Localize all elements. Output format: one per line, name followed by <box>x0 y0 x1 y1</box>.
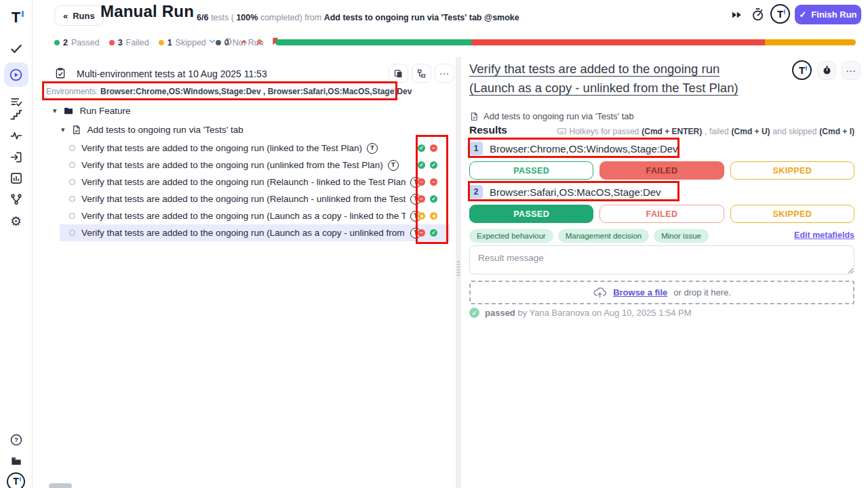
passed-button[interactable]: PASSED <box>469 205 593 223</box>
status-filter-icons <box>208 37 280 46</box>
metafield-tag[interactable]: Expected behaviour <box>469 229 553 243</box>
panel-resize-divider[interactable]: •••••••••••• <box>456 57 461 488</box>
app-logo[interactable]: T <box>4 5 28 30</box>
run-more-options-button[interactable]: ... <box>435 64 454 83</box>
test-row[interactable]: Verify that tests are added to the ongoi… <box>60 157 450 174</box>
profile-logo-icon[interactable]: T <box>4 469 28 488</box>
run-title: Multi-environment tests at 10 Aug 2025 1… <box>77 68 267 79</box>
keyboard-icon <box>557 126 567 136</box>
status-skipped-icon <box>430 212 437 220</box>
test-status-ring[interactable] <box>69 162 75 168</box>
double-chevron-up-icon[interactable] <box>255 37 264 46</box>
tree-suite-row[interactable]: ▾ Add tests to ongoing run via 'Tests' t… <box>61 125 243 135</box>
metafield-tag[interactable]: Minor issue <box>654 229 709 243</box>
test-detail-title[interactable]: Verify that tests are added to the ongoi… <box>469 60 788 98</box>
timer-icon[interactable] <box>751 7 765 22</box>
chevron-up-icon[interactable] <box>239 37 248 46</box>
user-avatar-logo[interactable]: T <box>770 4 790 24</box>
status-failed-icon: − <box>418 178 425 186</box>
detail-title-icons: T ... <box>792 60 861 80</box>
results-heading: Results <box>469 124 507 136</box>
duplicate-run-button[interactable] <box>389 64 408 83</box>
status-count: 1Skipped <box>159 38 206 47</box>
result-buttons-row: PASSEDFAILEDSKIPPED <box>469 205 854 223</box>
run-summary-text: 6/6 tests ( 100% completed) from Add tes… <box>197 13 519 22</box>
passed-check-icon: ✓ <box>469 308 479 318</box>
folder-label: Run Feature <box>80 106 131 116</box>
status-failed-icon: − <box>430 178 437 186</box>
status-failed-icon: − <box>418 195 425 203</box>
test-status-ring[interactable] <box>69 179 75 185</box>
run-checklist-icon <box>54 67 66 79</box>
test-title: Verify that tests are added to the ongoi… <box>81 211 406 221</box>
detail-more-options-button[interactable]: ... <box>842 61 861 80</box>
status-failed-icon: − <box>430 144 437 152</box>
runs-play-icon[interactable] <box>4 62 28 87</box>
status-count: 3Failed <box>109 38 149 47</box>
environment-index-badge: 2 <box>469 185 483 199</box>
result-message-input[interactable] <box>469 245 854 274</box>
status-skipped-icon <box>418 212 425 220</box>
result-history-line: ✓ passed by Yana Baranova on Aug 10, 202… <box>469 308 692 318</box>
file-drop-zone[interactable]: Browse a file or drop it here. <box>469 281 854 304</box>
status-dot <box>159 40 164 45</box>
cloud-upload-icon <box>593 285 607 300</box>
fast-forward-icon[interactable] <box>730 9 743 21</box>
tests-check-icon[interactable] <box>4 37 28 61</box>
suite-label: Add tests to ongoing run via 'Tests' tab <box>87 125 243 135</box>
assignee-avatar-logo[interactable]: T <box>792 60 812 80</box>
check-icon: ✓ <box>799 9 806 20</box>
failed-button[interactable]: FAILED <box>599 205 724 223</box>
tree-folder-row[interactable]: ▾ Run Feature <box>53 105 131 116</box>
status-passed-icon: ✓ <box>430 195 437 203</box>
resize-handle-dots: •••••••••••• <box>456 260 460 277</box>
status-failed-icon: − <box>418 229 425 237</box>
metafield-tag[interactable]: Management decision <box>558 229 650 243</box>
detail-suite-breadcrumb[interactable]: Add tests to ongoing run via 'Tests' tab <box>469 111 634 121</box>
status-passed-icon: ✓ <box>430 229 437 237</box>
environment-index-badge: 1 <box>469 142 483 155</box>
folder-icon <box>63 105 74 116</box>
environment-name: Browser:Safari,OS:MacOS,Stage:Dev <box>490 186 661 198</box>
result-buttons-row: PASSEDFAILEDSKIPPED <box>469 161 854 180</box>
settings-gear-icon[interactable]: ⚙ <box>4 209 28 233</box>
status-passed-icon: ✓ <box>430 161 437 169</box>
suite-file-icon <box>469 112 479 121</box>
test-row[interactable]: Verify that tests are added to the ongoi… <box>60 174 450 190</box>
test-title: Verify that tests are added to the ongoi… <box>81 194 406 204</box>
timer-button[interactable] <box>817 61 836 80</box>
test-row[interactable]: Verify that tests are added to the ongoi… <box>60 140 450 157</box>
skipped-button[interactable]: SKIPPED <box>730 161 854 180</box>
test-title: Verify that tests are added to the ongoi… <box>81 160 383 170</box>
skipped-button[interactable]: SKIPPED <box>730 205 854 223</box>
tree-view-button[interactable] <box>412 64 431 83</box>
test-row[interactable]: Verify that tests are added to the ongoi… <box>60 224 450 241</box>
svg-text:?: ? <box>14 436 18 443</box>
environment-name: Browser:Chrome,OS:Windows,Stage:Dev <box>490 143 678 155</box>
back-to-runs-button[interactable]: « Runs <box>54 5 104 26</box>
chevron-down-icon[interactable] <box>208 37 217 46</box>
back-chevrons: « <box>63 11 68 21</box>
horizontal-scrollbar-thumb[interactable] <box>49 483 72 488</box>
status-dot <box>109 40 115 45</box>
chevron-down-icon[interactable]: ▾ <box>53 106 57 115</box>
test-status-ring[interactable] <box>69 230 75 236</box>
test-row[interactable]: Verify that tests are added to the ongoi… <box>60 190 450 207</box>
test-status-ring[interactable] <box>69 213 75 219</box>
test-env-statuses: −✓ <box>418 229 437 237</box>
branches-icon[interactable] <box>4 187 28 211</box>
test-logo-icon: T <box>367 143 378 154</box>
hotkeys-hint: Hotkeys for passed (Cmd + ENTER) , faile… <box>557 126 854 136</box>
edit-metafields-link[interactable]: Edit metafields <box>794 230 854 240</box>
test-status-ring[interactable] <box>69 196 75 202</box>
left-navigation-rail: T ⚙ ? T <box>0 0 33 488</box>
failed-button[interactable]: FAILED <box>599 161 724 180</box>
circle-icon[interactable] <box>224 37 233 46</box>
analytics-pulse-icon[interactable] <box>4 123 28 148</box>
passed-button[interactable]: PASSED <box>469 161 593 180</box>
browse-file-link[interactable]: Browse a file <box>613 287 667 298</box>
finish-run-button[interactable]: ✓ Finish Run <box>795 5 861 24</box>
test-status-ring[interactable] <box>69 145 75 151</box>
chevron-down-icon[interactable]: ▾ <box>61 125 65 134</box>
test-row[interactable]: Verify that tests are added to the ongoi… <box>60 207 450 224</box>
